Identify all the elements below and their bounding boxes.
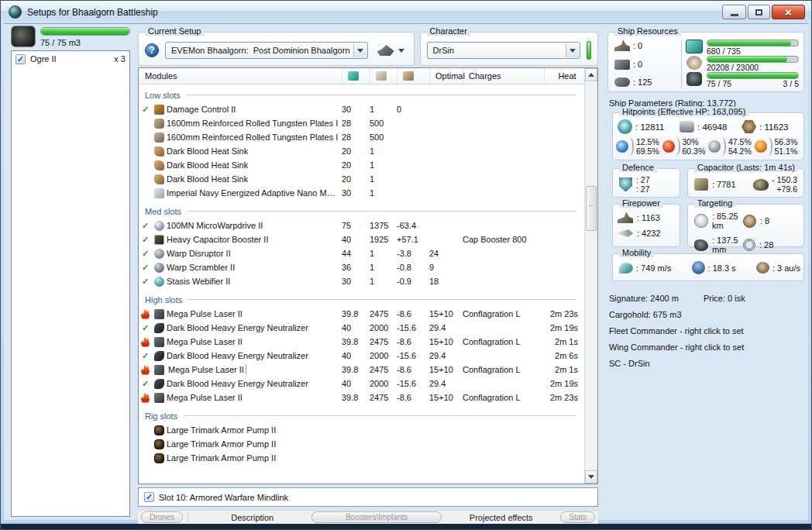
module-row[interactable]: Dark Blood Heat Sink201: [139, 144, 584, 158]
module-row[interactable]: Mega Pulse Laser II39.82475-8.615+10Conf…: [139, 335, 584, 349]
module-heat-time: 2m 1s: [544, 365, 584, 374]
module-row[interactable]: ✓Damage Control II3010: [139, 102, 584, 116]
module-row[interactable]: ✓Warp Scrambler II361-0.89: [139, 260, 584, 274]
module-group-header[interactable]: Rig slots: [139, 408, 584, 423]
module-optimal: 9: [429, 263, 463, 272]
column-optimal[interactable]: Optimal: [429, 68, 463, 84]
fitted-ok-icon: ✓: [142, 235, 149, 245]
module-optimal: 15+10: [429, 365, 463, 374]
module-charges: Conflagration L: [463, 365, 544, 374]
module-row[interactable]: 1600mm Reinforced Rolled Tungsten Plates…: [139, 130, 584, 144]
module-powergrid: 500: [370, 132, 397, 142]
calibration-icon: [614, 77, 630, 87]
module-group-header[interactable]: Med slots: [139, 204, 584, 219]
tab-drones[interactable]: Drones: [141, 511, 183, 523]
app-icon: [9, 5, 22, 19]
column-capacitor[interactable]: [397, 68, 429, 84]
fitted-ok-icon: ✓: [142, 323, 149, 333]
column-powergrid[interactable]: [370, 68, 397, 84]
module-row[interactable]: Large Trimark Armor Pump II: [139, 451, 584, 465]
heat-sink-icon: [154, 160, 164, 170]
maximize-button[interactable]: [748, 5, 770, 19]
volley-icon: [618, 229, 633, 237]
targeting-range-value: : 85.25 km: [712, 212, 743, 230]
chevron-down-icon[interactable]: [566, 43, 579, 57]
minimize-icon: [731, 14, 738, 16]
module-powergrid: 1: [370, 263, 397, 272]
character-combobox[interactable]: DrSin: [427, 42, 580, 59]
module-cap-usage: +57.1: [397, 235, 429, 244]
armor-plate-icon: [154, 132, 164, 143]
module-row[interactable]: ✓Stasis Webifier II301-0.918: [139, 274, 584, 288]
tab-boosters-implants[interactable]: Boosters\Implants: [311, 511, 442, 523]
module-row[interactable]: ✓Warp Disruptor II441-3.824: [139, 246, 584, 260]
module-group-header[interactable]: High slots: [139, 292, 584, 307]
tab-stats[interactable]: Stats: [560, 511, 595, 523]
setup-combobox[interactable]: EVEMon Bhaalgorn: Post Dominion Bhaalgor…: [165, 42, 368, 59]
module-optimal: 24: [429, 249, 463, 258]
capacitor-delta-icon: [753, 179, 769, 191]
wing-commander-line[interactable]: Wing Commander - right click to set: [609, 339, 804, 356]
module-row[interactable]: ✓Dark Blood Heavy Energy Neutralizer4020…: [139, 349, 584, 363]
drone-list[interactable]: ✓Ogre IIx 3: [11, 50, 130, 517]
module-row[interactable]: Imperial Navy Energized Adaptive Nano Me…: [139, 186, 584, 200]
slot10-checkbox[interactable]: ✓: [144, 492, 154, 502]
close-button[interactable]: ×: [772, 5, 805, 19]
scroll-up-icon[interactable]: [585, 68, 597, 81]
current-setup-label: Current Setup: [145, 26, 204, 36]
column-cpu[interactable]: [342, 68, 370, 84]
module-name: Mega Pulse Laser II: [167, 393, 243, 402]
minimize-button[interactable]: [722, 5, 746, 19]
module-row[interactable]: Mega Pulse Laser II39.82475-8.615+10Conf…: [139, 363, 584, 377]
module-row[interactable]: Dark Blood Heat Sink201: [139, 172, 584, 186]
fleet-commander-line[interactable]: Fleet Commander - right click to set: [609, 323, 804, 339]
tab-description[interactable]: Description: [193, 513, 311, 522]
explosive-resist-icon: [755, 140, 767, 153]
module-cpu: 28: [342, 119, 370, 128]
module-row[interactable]: Large Trimark Armor Pump II: [139, 423, 584, 437]
module-row[interactable]: 1600mm Reinforced Rolled Tungsten Plates…: [139, 116, 584, 130]
ship-resources-label: Ship Resources: [614, 26, 681, 36]
module-row[interactable]: Mega Pulse Laser II39.82475-8.615+10Conf…: [139, 307, 584, 321]
warp-scrambler-icon: [154, 263, 164, 273]
module-row[interactable]: ✓Dark Blood Heavy Energy Neutralizer4020…: [139, 377, 584, 391]
drone-capacity-bar: [40, 27, 130, 36]
module-row[interactable]: ✓Heavy Capacitor Booster II401925+57.1Ca…: [139, 232, 584, 246]
module-group-header[interactable]: Low slots: [139, 88, 584, 102]
modules-scrollbar[interactable]: [584, 68, 597, 484]
module-name: Heavy Capacitor Booster II: [167, 235, 268, 244]
scrollbar-thumb[interactable]: [586, 186, 597, 231]
scroll-down-icon[interactable]: [585, 470, 597, 484]
module-row[interactable]: ✓100MN MicroWarpdrive II751375-63.4: [139, 219, 584, 232]
titlebar[interactable]: Setups for Bhaalgorn Battleship ×: [1, 1, 811, 23]
cpu-bar: [707, 40, 799, 46]
mwd-icon: [154, 221, 164, 231]
column-heat[interactable]: Heat: [544, 68, 584, 84]
module-name: Mega Pulse Laser II: [167, 309, 243, 318]
damage-control-icon: [154, 105, 164, 115]
drone-list-item[interactable]: ✓Ogre IIx 3: [12, 51, 129, 67]
module-row[interactable]: ✓Dark Blood Heavy Energy Neutralizer4020…: [139, 321, 584, 335]
module-row[interactable]: Dark Blood Heat Sink201: [139, 158, 584, 172]
fitted-ok-icon: ✓: [142, 277, 149, 287]
modules-header[interactable]: Modules Optimal Charges Heat: [139, 68, 584, 84]
chevron-down-icon[interactable]: [353, 43, 366, 57]
module-row[interactable]: Mega Pulse Laser II39.82475-8.615+10Conf…: [139, 391, 584, 404]
module-cpu: 30: [342, 188, 370, 198]
bottom-tab-bar: DronesDescriptionBoosters\ImplantsProjec…: [138, 510, 598, 524]
tab-projected-effects[interactable]: Projected effects: [442, 513, 560, 522]
help-icon[interactable]: ?: [145, 43, 159, 57]
drone-checkbox[interactable]: ✓: [15, 54, 26, 64]
module-row[interactable]: Large Trimark Armor Pump II: [139, 437, 584, 451]
squad-commander-line[interactable]: SC - DrSin: [609, 356, 804, 372]
window-bottom-edge: [1, 523, 811, 529]
explosive-resist-top: 56.3%: [775, 137, 798, 146]
module-powergrid: 1: [370, 105, 397, 114]
drone-bandwidth-bar: [707, 72, 799, 79]
ship-menu-button[interactable]: [374, 43, 408, 57]
column-modules[interactable]: Modules: [139, 68, 342, 84]
overheat-icon: [141, 309, 150, 319]
powergrid-icon: [686, 56, 702, 70]
column-charges[interactable]: Charges: [463, 68, 544, 84]
ship-stats-panel: Ship Resources : 0 : 0 : 125 680 /: [603, 26, 807, 517]
